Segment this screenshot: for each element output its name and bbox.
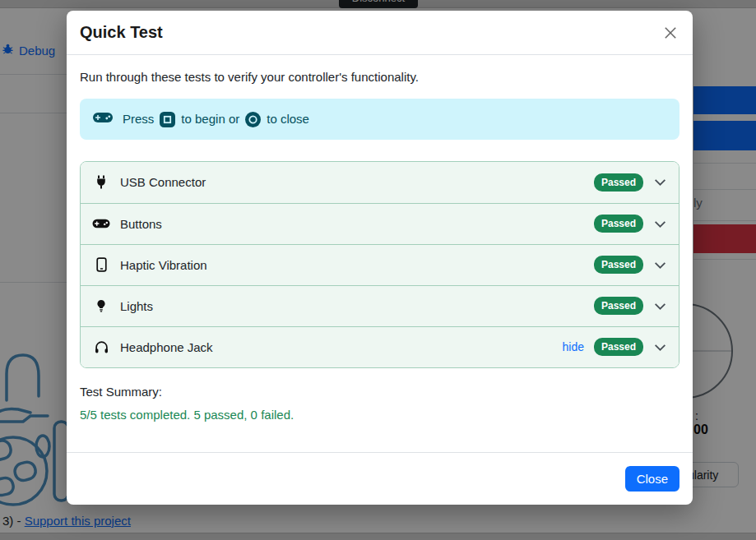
status-badge: Passed (594, 338, 643, 356)
test-summary-result: 5/5 tests completed. 5 passed, 0 failed. (80, 408, 679, 422)
modal-title: Quick Test (80, 23, 163, 42)
modal-description: Run through these tests to verify your c… (80, 70, 679, 84)
test-label: Buttons (120, 217, 162, 231)
test-row-usb-connector[interactable]: USB Connector Passed (81, 162, 679, 203)
instruction-begin-or: to begin or (181, 112, 239, 126)
status-badge: Passed (594, 256, 643, 274)
status-badge: Passed (594, 215, 643, 233)
test-label: Haptic Vibration (120, 258, 207, 272)
modal-header: Quick Test (67, 11, 693, 55)
test-accordion: USB Connector Passed B (80, 161, 679, 368)
test-label: Lights (120, 299, 153, 313)
quick-test-modal: Quick Test Run through these tests to ve… (67, 11, 693, 505)
headphones-icon (92, 340, 110, 353)
gamepad-icon (92, 218, 110, 229)
instruction-text: Press to begin or to clo (123, 111, 309, 127)
modal-body: Run through these tests to verify your c… (67, 55, 693, 452)
square-button-icon (160, 111, 175, 127)
test-row-headphone-jack[interactable]: Headphone Jack hide Passed (81, 326, 679, 367)
instruction-press: Press (123, 112, 154, 126)
close-icon[interactable] (661, 24, 679, 42)
screen: Disconnect Debug ly : (0, 0, 756, 540)
test-summary-title: Test Summary: (80, 385, 679, 399)
chevron-down-icon[interactable] (653, 299, 667, 313)
instruction-close: to close (267, 112, 309, 126)
chevron-down-icon[interactable] (653, 175, 667, 189)
status-badge: Passed (594, 297, 643, 315)
test-label: USB Connector (120, 175, 206, 189)
chevron-down-icon[interactable] (653, 340, 667, 354)
test-row-lights[interactable]: Lights Passed (81, 285, 679, 326)
close-button[interactable]: Close (625, 466, 679, 492)
phone-icon (92, 257, 110, 272)
instruction-alert: Press to begin or to clo (80, 99, 679, 140)
chevron-down-icon[interactable] (653, 217, 667, 231)
modal-footer: Close (67, 452, 693, 505)
gamepad-icon (93, 111, 113, 127)
test-row-buttons[interactable]: Buttons Passed (81, 203, 679, 244)
hide-link[interactable]: hide (563, 340, 584, 353)
test-row-haptic-vibration[interactable]: Haptic Vibration Passed (81, 244, 679, 285)
circle-button-icon (245, 111, 261, 127)
test-label: Headphone Jack (120, 340, 213, 354)
usb-plug-icon (92, 175, 110, 189)
lightbulb-icon (92, 298, 110, 313)
chevron-down-icon[interactable] (653, 258, 667, 272)
status-badge: Passed (594, 173, 643, 192)
